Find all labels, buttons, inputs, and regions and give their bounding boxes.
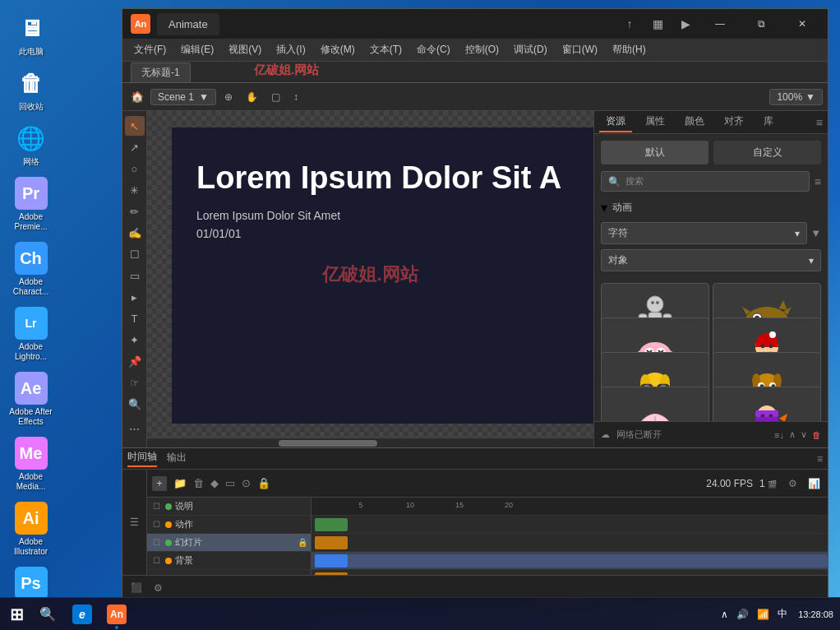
scene-dropdown[interactable]: Scene 1 ▼: [150, 89, 216, 105]
start-button[interactable]: ⊞: [0, 598, 33, 631]
tl-folder-button[interactable]: 📁: [173, 477, 187, 489]
toolbar-frame-btn[interactable]: ▢: [266, 89, 285, 105]
custom-button[interactable]: 自定义: [713, 141, 821, 164]
tool-eyedrop[interactable]: ▸: [125, 287, 145, 307]
tl-settings-btn[interactable]: ⚙: [783, 475, 801, 493]
menu-view[interactable]: 视图(V): [222, 40, 268, 59]
layer-row-action[interactable]: ☐ 动作: [147, 516, 311, 534]
tab-library[interactable]: 库: [757, 112, 780, 132]
tool-pencil[interactable]: ✍: [125, 223, 145, 243]
tool-subselect[interactable]: ↗: [125, 137, 145, 157]
filter1-icon[interactable]: ▼: [810, 227, 821, 239]
search-field[interactable]: 🔍 搜索: [601, 171, 810, 192]
view-button[interactable]: ▦: [645, 13, 670, 35]
panel-menu-button[interactable]: ≡: [816, 116, 823, 129]
footer-expand-button[interactable]: ∧: [789, 429, 796, 440]
taskbar-search-button[interactable]: 🔍: [33, 598, 62, 631]
tab-align[interactable]: 对齐: [718, 112, 750, 132]
tab-output[interactable]: 输出: [167, 451, 187, 466]
tool-transform[interactable]: ✳: [125, 180, 145, 200]
menu-help[interactable]: 帮助(H): [606, 40, 653, 59]
menu-command[interactable]: 命令(C): [410, 40, 457, 59]
tool-pin[interactable]: 📌: [125, 351, 145, 371]
menu-window[interactable]: 窗口(W): [556, 40, 604, 59]
tray-network-icon[interactable]: 📶: [755, 609, 772, 620]
toolbar-center-btn[interactable]: ⊕: [219, 89, 238, 105]
tool-hand[interactable]: ☞: [125, 373, 145, 392]
tl-keyframe-button[interactable]: ◆: [210, 477, 219, 489]
layer-row-bg[interactable]: ☐ 背景: [147, 552, 311, 570]
desktop-icon-aftereffects[interactable]: Ae Adobe After Effects: [2, 368, 61, 430]
tool-brush[interactable]: ☐: [125, 244, 145, 264]
tray-volume-icon[interactable]: 🔊: [734, 609, 751, 620]
desktop-icon-character[interactable]: Ch Adobe Charact...: [2, 239, 61, 300]
share-button[interactable]: ↑: [617, 13, 642, 35]
desktop-icon-premiere[interactable]: Pr Adobe Premie...: [2, 174, 61, 235]
network-status: 网络已断开: [616, 428, 662, 441]
menu-modify[interactable]: 修改(M): [314, 40, 362, 59]
layer-row-desc[interactable]: ☐ 说明: [147, 498, 311, 516]
tool-freeform[interactable]: ○: [125, 159, 145, 178]
tl-lock-button[interactable]: 🔒: [257, 477, 270, 489]
taskbar-edge[interactable]: e: [66, 598, 99, 631]
tool-text[interactable]: T: [125, 308, 145, 328]
play-button[interactable]: ▶: [673, 13, 698, 35]
desktop-icon-lightroom[interactable]: Lr Adobe Lightro...: [2, 303, 61, 365]
tool-more[interactable]: ⋯: [125, 419, 145, 438]
desktop-icon-illustrator[interactable]: Ai Adobe Illustrator: [2, 498, 61, 560]
doc-tab[interactable]: 无标题-1: [131, 63, 191, 82]
asset-item-8[interactable]: [713, 387, 821, 421]
menu-insert[interactable]: 插入(I): [270, 40, 312, 59]
filter1-dropdown[interactable]: 字符 ▾: [601, 222, 807, 244]
cloud-upload-button[interactable]: ☁: [601, 429, 610, 440]
toolbar-hand-btn[interactable]: ✋: [241, 89, 263, 105]
menu-debug[interactable]: 调试(D): [507, 40, 554, 59]
scene-indicator-button[interactable]: ⬛: [127, 581, 145, 595]
tool-eraser[interactable]: ▭: [125, 266, 145, 285]
tl-delete-button[interactable]: 🗑: [193, 477, 204, 489]
tl-bottom-settings-btn[interactable]: ⚙: [149, 579, 167, 597]
close-button[interactable]: ✕: [783, 11, 821, 37]
tab-timeline[interactable]: 时间轴: [127, 450, 157, 467]
tab-source[interactable]: 资源: [599, 112, 632, 132]
desktop-icon-recycle[interactable]: 🗑 回收站: [2, 63, 61, 115]
menu-edit[interactable]: 编辑(E): [174, 40, 220, 59]
bottom-panel-menu[interactable]: ≡: [817, 453, 823, 465]
tab-color[interactable]: 颜色: [678, 112, 711, 132]
tool-paint[interactable]: ✏: [125, 202, 145, 221]
tool-select[interactable]: ↖: [125, 116, 145, 136]
default-button[interactable]: 默认: [601, 141, 708, 164]
track-row-action: [312, 534, 828, 552]
tl-frame-button[interactable]: ▭: [225, 477, 235, 489]
tl-layers-btn[interactable]: ☰: [126, 513, 144, 531]
tray-lang-icon[interactable]: 中: [775, 607, 790, 621]
tool-zoom[interactable]: 🔍: [125, 394, 145, 414]
minimize-button[interactable]: —: [701, 11, 739, 37]
taskbar-animate[interactable]: An: [100, 598, 133, 631]
tray-expand-icon[interactable]: ∧: [718, 609, 731, 620]
canvas-scrollbar[interactable]: [147, 438, 593, 447]
menu-file[interactable]: 文件(F): [127, 40, 173, 59]
footer-collapse-button[interactable]: ∨: [801, 429, 807, 440]
tab-properties[interactable]: 属性: [639, 112, 672, 132]
tl-add-layer-button[interactable]: +: [152, 476, 167, 491]
menu-control[interactable]: 控制(O): [459, 40, 505, 59]
footer-sort-button[interactable]: ≡↓: [774, 430, 784, 440]
zoom-control[interactable]: 100% ▼: [769, 89, 823, 105]
canvas-stage[interactable]: Lorem Ipsum Dolor Sit A Lorem Ipsum Dolo…: [147, 111, 593, 438]
tl-graph-btn[interactable]: 📊: [805, 475, 823, 493]
filter2-dropdown[interactable]: 对象 ▾: [601, 249, 821, 271]
maximize-button[interactable]: ⧉: [742, 11, 780, 37]
desktop-icon-media[interactable]: Me Adobe Media...: [2, 433, 61, 495]
footer-trash-button[interactable]: 🗑: [812, 430, 821, 440]
desktop-icon-pc[interactable]: 🖥 此电脑: [2, 8, 61, 60]
layer-row-slide[interactable]: ☐ 幻灯片 🔒: [147, 534, 311, 552]
tl-onion-button[interactable]: ⊙: [242, 477, 251, 489]
menu-text[interactable]: 文本(T): [363, 40, 408, 59]
toolbar-home-btn[interactable]: 🏠: [127, 87, 147, 107]
list-view-button[interactable]: ≡: [815, 175, 821, 188]
desktop-icon-network[interactable]: 🌐 网络: [2, 118, 61, 170]
asset-item-7[interactable]: [601, 387, 709, 421]
toolbar-up-btn[interactable]: ↕: [288, 89, 303, 105]
tool-ink[interactable]: ✦: [125, 330, 145, 350]
